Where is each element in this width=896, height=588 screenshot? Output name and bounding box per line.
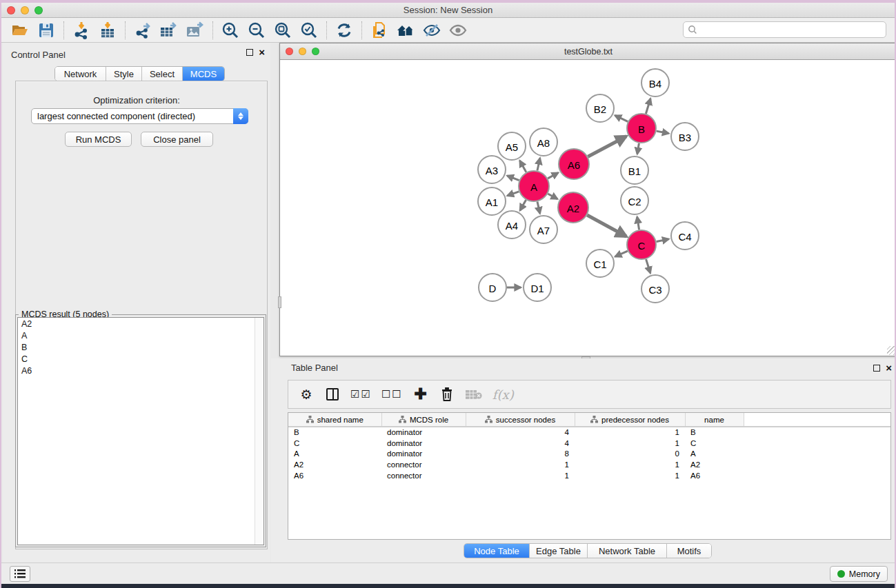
graph-node-label: A8 [537, 137, 550, 149]
deselect-all-button[interactable]: ☐☐ [381, 385, 403, 403]
tab-node-table[interactable]: Node Table [464, 544, 530, 558]
table-row[interactable]: C dominator 4 1 C [288, 438, 890, 449]
graph-node-label: C4 [678, 231, 691, 243]
save-floppy-icon [38, 22, 54, 39]
zoom-fit-button[interactable] [270, 20, 296, 41]
float-panel-icon[interactable] [246, 49, 253, 56]
list-icon [14, 569, 26, 578]
network-graph-canvas[interactable]: AA1A3A4A5A7A8A6A2BB1B2B3B4CC1C2C3C4DD1 [280, 60, 896, 356]
table-panel: Table Panel × ⚙ ☑☑ ☐☐ ✚ [271, 358, 896, 562]
graph-edge[interactable] [548, 194, 557, 199]
graph-edge[interactable] [657, 239, 669, 242]
close-panel-icon[interactable]: × [886, 365, 892, 372]
memory-status-icon [837, 570, 845, 578]
zoom-selected-button[interactable] [296, 20, 322, 41]
splitter-handle-icon[interactable] [278, 296, 281, 308]
export-network-button[interactable] [130, 20, 156, 41]
memory-button[interactable]: Memory [830, 566, 888, 582]
hide-eye-button[interactable] [419, 20, 445, 41]
graph-edge[interactable] [615, 115, 628, 121]
criterion-dropdown[interactable]: largest connected component (directed) [31, 108, 248, 124]
graph-edge[interactable] [520, 200, 526, 210]
tab-select[interactable]: Select [142, 67, 183, 81]
delete-column-button[interactable] [439, 385, 455, 403]
toolbar-separator [361, 21, 362, 39]
refresh-button[interactable] [331, 20, 357, 41]
graph-edge[interactable] [646, 259, 650, 273]
toolbar-separator [63, 21, 64, 39]
list-item[interactable]: A6 [18, 365, 263, 376]
export-image-button[interactable] [182, 20, 208, 41]
list-item[interactable]: B [18, 341, 263, 353]
open-session-button[interactable] [7, 20, 33, 41]
graph-node-label: A [530, 181, 537, 193]
column-header-shared-name[interactable]: shared name [288, 413, 381, 427]
export-image-icon [186, 21, 205, 39]
graph-edge[interactable] [588, 136, 626, 157]
save-session-button[interactable] [33, 20, 59, 41]
graph-edge[interactable] [537, 201, 540, 213]
search-field[interactable] [683, 21, 886, 38]
window-resize-grip[interactable] [887, 346, 896, 355]
search-input[interactable] [701, 25, 882, 34]
graph-edge[interactable] [615, 251, 628, 256]
open-folder-icon [11, 23, 29, 38]
delete-table-icon [465, 388, 483, 401]
close-panel-icon[interactable]: × [259, 49, 265, 56]
table-row[interactable]: B dominator 4 1 B [288, 427, 890, 438]
apply-function-button[interactable]: f(x) [492, 387, 514, 402]
import-network-button[interactable] [68, 20, 94, 41]
graph-edge[interactable] [637, 217, 639, 230]
table-row[interactable]: A dominator 8 0 A [288, 448, 890, 459]
select-all-button[interactable]: ☑☑ [350, 385, 372, 403]
list-scrollbar[interactable] [255, 318, 263, 545]
graph-edge[interactable] [657, 131, 669, 133]
graph-edge[interactable] [646, 99, 650, 114]
show-eye-button[interactable] [445, 20, 471, 41]
close-panel-button[interactable]: Close panel [141, 132, 213, 147]
task-history-button[interactable] [10, 566, 30, 582]
columns-icon [326, 388, 339, 401]
eye-slash-icon [422, 22, 441, 39]
graph-edge[interactable] [520, 161, 526, 172]
criterion-value: largest connected component (directed) [32, 111, 233, 121]
graph-edge[interactable] [548, 173, 558, 179]
delete-table-button[interactable] [465, 385, 483, 403]
table-row[interactable]: A2 connector 1 1 A2 [288, 459, 890, 470]
float-panel-icon[interactable] [873, 365, 880, 372]
tab-network-table[interactable]: Network Table [588, 544, 667, 558]
show-columns-button[interactable] [324, 385, 341, 403]
column-header-name[interactable]: name [685, 413, 744, 427]
table-row[interactable]: A6 connector 1 1 A6 [288, 470, 890, 481]
list-item[interactable]: A [18, 330, 263, 341]
run-mcds-button[interactable]: Run MCDS [65, 132, 132, 147]
graph-edge[interactable] [537, 158, 540, 170]
tab-style[interactable]: Style [106, 67, 142, 81]
tab-mcds[interactable]: MCDS [183, 67, 224, 81]
mcds-result-list[interactable]: A2 A B C A6 [17, 317, 264, 545]
graph-edge[interactable] [587, 215, 626, 236]
add-column-button[interactable]: ✚ [412, 385, 429, 403]
column-header-mcds-role[interactable]: MCDS role [381, 413, 466, 427]
network-window-titlebar[interactable]: testGlobe.txt [280, 43, 896, 60]
zoom-out-button[interactable] [243, 20, 270, 41]
duplicate-network-button[interactable] [366, 20, 392, 41]
import-network-icon [72, 21, 90, 39]
graph-edge[interactable] [637, 143, 639, 154]
import-table-button[interactable] [94, 20, 121, 41]
export-table-button[interactable] [156, 20, 182, 41]
main-titlebar[interactable]: Session: New Session [1, 3, 895, 18]
graph-edge[interactable] [507, 176, 519, 181]
graph-edge[interactable] [508, 192, 519, 196]
column-header-successor-nodes[interactable]: successor nodes [466, 413, 575, 427]
list-item[interactable]: C [18, 353, 263, 365]
tab-edge-table[interactable]: Edge Table [530, 544, 588, 558]
column-header-predecessor-nodes[interactable]: predecessor nodes [575, 413, 685, 427]
table-settings-button[interactable]: ⚙ [298, 385, 315, 403]
tab-network[interactable]: Network [55, 67, 106, 81]
zoom-fit-icon [274, 21, 292, 39]
home-button[interactable] [392, 20, 419, 41]
tab-motifs[interactable]: Motifs [667, 544, 711, 558]
zoom-in-button[interactable] [217, 20, 243, 41]
list-item[interactable]: A2 [18, 318, 263, 330]
